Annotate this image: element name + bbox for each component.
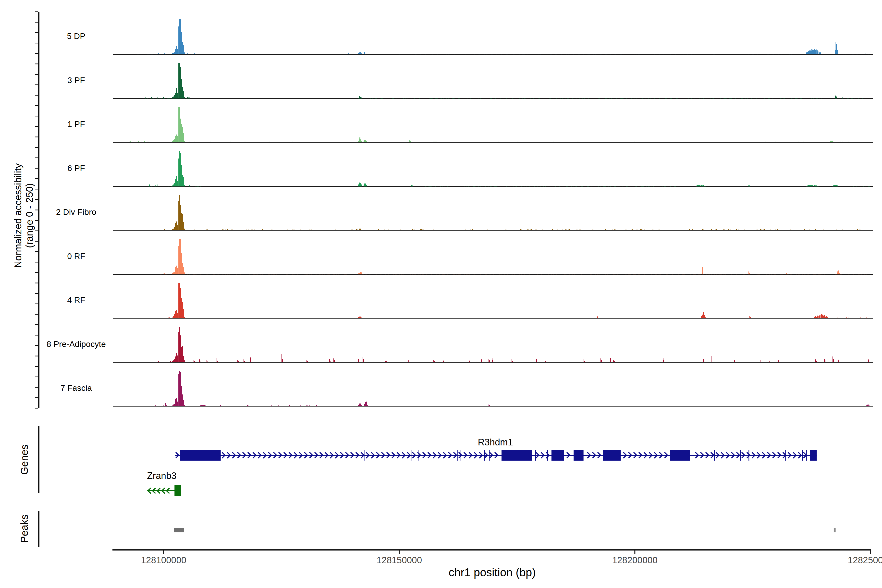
accessibility-bracket-tick <box>35 210 38 210</box>
gene-exon <box>670 450 690 460</box>
genes-track <box>147 450 817 496</box>
accessibility-bracket-tick <box>35 398 38 398</box>
gene-exon <box>501 450 532 460</box>
track-label-1-pf: 1 PF <box>68 119 85 129</box>
accessibility-bracket-tick <box>35 283 38 284</box>
accessibility-tracks <box>113 19 873 406</box>
x-axis-tick-label: 128150000 <box>376 555 422 566</box>
y-axis-label-line2: (range 0 - 250) <box>24 164 35 268</box>
gene-exon <box>552 450 564 460</box>
gene-exon-thin <box>484 450 485 460</box>
figure: Normalized accessibility (range 0 - 250)… <box>0 0 882 588</box>
track-signal <box>145 63 862 99</box>
track-signal <box>160 239 867 274</box>
track-label-0-rf: 0 RF <box>67 251 85 261</box>
peak-region <box>174 528 184 532</box>
genes-section-label: Genes <box>19 444 30 475</box>
gene-exon-thin <box>714 450 715 460</box>
gene-exon-thin <box>748 450 749 460</box>
accessibility-bracket-tick <box>35 189 38 189</box>
track-label-4-rf: 4 RF <box>67 295 85 305</box>
gene-exon-thin <box>411 450 411 460</box>
accessibility-bracket-tick <box>35 241 38 242</box>
accessibility-bracket-tick <box>35 366 38 367</box>
gene-exon-thin <box>802 450 803 460</box>
gene-exon-thin <box>460 450 460 460</box>
accessibility-bracket-tick <box>35 105 38 106</box>
accessibility-bracket-tick <box>35 220 38 221</box>
x-axis-tick <box>634 550 635 554</box>
accessibility-bracket-tick <box>35 262 38 262</box>
gene-exon-thin <box>785 450 786 460</box>
x-axis-tick <box>163 550 164 554</box>
gene-exon <box>603 450 621 460</box>
accessibility-bracket-tick <box>35 126 38 127</box>
accessibility-bracket-tick <box>35 199 38 200</box>
gene-exon-thin <box>457 450 458 460</box>
accessibility-bracket-tick <box>35 356 38 357</box>
track-signal <box>152 327 869 362</box>
track-label-6-pf: 6 PF <box>68 163 85 173</box>
peaks-bracket <box>38 511 39 547</box>
gene-label-zranb3: Zranb3 <box>147 471 176 481</box>
peaks-track <box>174 528 836 532</box>
gene-exon-thin <box>535 450 536 460</box>
figure-canvas <box>0 0 882 588</box>
accessibility-bracket-tick <box>35 178 38 179</box>
accessibility-bracket-tick <box>35 303 38 304</box>
accessibility-bracket-tick <box>35 324 38 325</box>
x-axis-tick <box>399 550 400 554</box>
axis-brackets <box>35 12 39 547</box>
gene-exon-thin <box>548 450 548 460</box>
track-signal <box>152 370 870 406</box>
track-label-2-div-fibro: 2 Div Fibro <box>56 207 96 217</box>
peaks-section-label: Peaks <box>19 514 30 543</box>
y-axis-label: Normalized accessibility (range 0 - 250) <box>12 164 35 268</box>
accessibility-bracket-tick <box>35 136 38 137</box>
x-axis-tick-label: 128100000 <box>141 555 186 566</box>
track-signal <box>162 283 868 318</box>
accessibility-bracket-tick <box>35 314 38 315</box>
accessibility-bracket-tick <box>35 116 38 116</box>
accessibility-bracket-tick <box>35 43 38 44</box>
track-signal <box>148 151 870 186</box>
accessibility-bracket-tick <box>35 22 38 22</box>
gene-exon-thin <box>418 450 418 460</box>
accessibility-bracket-tick <box>35 74 38 75</box>
track-signal <box>137 19 869 54</box>
gene-exon-thin <box>806 450 807 460</box>
x-axis-line <box>112 549 871 550</box>
gene-label-r3hdm1: R3hdm1 <box>478 437 513 448</box>
gene-exon <box>174 485 181 496</box>
track-label-7-fascia: 7 Fascia <box>60 383 92 393</box>
accessibility-bracket-tick <box>35 345 38 346</box>
track-label-5-dp: 5 DP <box>67 32 86 41</box>
accessibility-bracket-tick <box>35 84 38 85</box>
accessibility-bracket-tick <box>35 53 38 54</box>
accessibility-bracket-tick <box>35 168 38 168</box>
gene-exon <box>810 450 817 460</box>
track-signal <box>155 195 868 230</box>
x-axis-tick <box>870 550 871 554</box>
track-label-3-pf: 3 PF <box>68 75 85 85</box>
x-axis <box>112 549 871 554</box>
gene-zranb3 <box>147 485 181 496</box>
accessibility-bracket-tick <box>35 231 38 231</box>
accessibility-bracket-tick <box>35 272 38 273</box>
x-axis-tick-label: 128200000 <box>612 555 658 566</box>
gene-r3hdm1 <box>175 450 817 460</box>
gene-exon-thin <box>364 450 365 460</box>
genes-bracket <box>38 426 39 493</box>
y-axis-label-line1: Normalized accessibility <box>12 164 24 268</box>
accessibility-bracket-tick <box>35 147 38 148</box>
accessibility-bracket-tick <box>35 334 38 335</box>
x-axis-tick-label: 128250000 <box>848 555 882 566</box>
accessibility-bracket-tick <box>35 32 38 33</box>
track-label-8-pre-adipocyte: 8 Pre-Adipocyte <box>46 339 106 349</box>
gene-exon-thin <box>489 450 490 460</box>
track-signal <box>126 107 868 142</box>
accessibility-bracket-tick <box>35 387 38 388</box>
gene-exon-thin <box>740 450 741 460</box>
accessibility-bracket-tick <box>35 408 38 409</box>
accessibility-bracket <box>38 12 39 408</box>
